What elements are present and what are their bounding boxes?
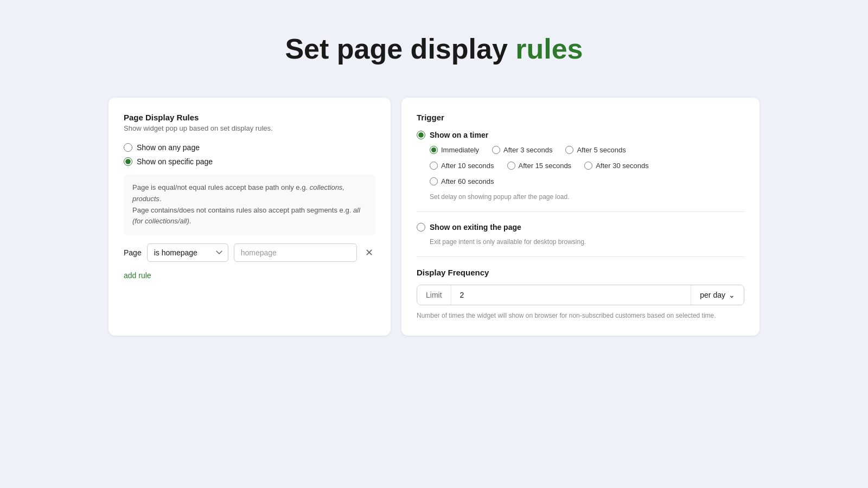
timer-trigger-radio[interactable] [417, 131, 425, 139]
after-3-radio[interactable] [492, 146, 500, 154]
after-3-label: After 3 seconds [503, 146, 552, 154]
show-any-page-option[interactable]: Show on any page [124, 143, 375, 152]
after-60-label: After 60 seconds [441, 177, 494, 185]
frequency-divider [417, 256, 744, 257]
timer-row-2: After 10 seconds After 15 seconds After … [430, 162, 744, 170]
remove-rule-button[interactable]: ✕ [362, 246, 375, 259]
immediately-radio[interactable] [430, 146, 438, 154]
after-10-radio[interactable] [430, 162, 438, 170]
after-5-label: After 5 seconds [577, 146, 626, 154]
freq-period-selector[interactable]: per day ⌄ [691, 285, 744, 305]
exit-trigger-radio[interactable] [417, 223, 425, 232]
page-label: Page [124, 248, 142, 257]
after-10-option[interactable]: After 10 seconds [430, 162, 494, 170]
page-rules-description: Page is equal/not equal rules accept bas… [124, 175, 375, 235]
show-specific-page-radio[interactable] [124, 157, 132, 166]
after-60-option[interactable]: After 60 seconds [430, 177, 494, 185]
timer-trigger-label: Show on a timer [430, 131, 488, 139]
page-value-input[interactable] [234, 243, 357, 262]
immediately-label: Immediately [441, 146, 479, 154]
after-30-label: After 30 seconds [596, 162, 649, 170]
trigger-section-title: Trigger [417, 113, 744, 122]
exit-trigger-option: Show on exiting the page Exit page inten… [417, 223, 744, 246]
exit-hint: Exit page intent is only available for d… [430, 238, 744, 246]
trigger-divider [417, 211, 744, 212]
page-title: Set page display rules [285, 33, 583, 65]
immediately-option[interactable]: Immediately [430, 146, 479, 154]
timer-options-container: Immediately After 3 seconds After 5 seco… [430, 146, 744, 189]
panels-container: Page Display Rules Show widget pop up ba… [108, 98, 760, 336]
after-30-radio[interactable] [584, 162, 592, 170]
page-rule-row: Page is homepage is not homepage contain… [124, 243, 375, 262]
left-panel-title: Page Display Rules [124, 113, 375, 122]
after-5-radio[interactable] [565, 146, 573, 154]
page-rule-select[interactable]: is homepage is not homepage contains doe… [147, 243, 228, 262]
exit-trigger-label: Show on exiting the page [430, 223, 521, 232]
page-display-options: Show on any page Show on specific page [124, 143, 375, 166]
freq-limit-label: Limit [417, 285, 451, 305]
show-specific-page-option[interactable]: Show on specific page [124, 157, 375, 166]
after-60-radio[interactable] [430, 177, 438, 185]
timer-row-1: Immediately After 3 seconds After 5 seco… [430, 146, 744, 154]
desc-line2: Page contains/does not contains rules al… [132, 206, 353, 214]
freq-value-input[interactable] [451, 285, 691, 305]
freq-period-label: per day [700, 291, 725, 299]
after-10-label: After 10 seconds [441, 162, 494, 170]
after-15-option[interactable]: After 15 seconds [507, 162, 572, 170]
show-any-page-radio[interactable] [124, 143, 132, 152]
desc-line1: Page is equal/not equal rules accept bas… [132, 183, 310, 191]
after-3-option[interactable]: After 3 seconds [492, 146, 552, 154]
chevron-down-icon: ⌄ [729, 291, 735, 299]
show-specific-page-label: Show on specific page [137, 157, 213, 166]
freq-hint: Number of times the widget will show on … [417, 311, 744, 320]
timer-hint: Set delay on showing popup after the pag… [430, 193, 744, 201]
timer-row-3: After 60 seconds [430, 177, 744, 185]
after-15-label: After 15 seconds [519, 162, 572, 170]
after-5-option[interactable]: After 5 seconds [565, 146, 626, 154]
after-30-option[interactable]: After 30 seconds [584, 162, 649, 170]
timer-trigger-option: Show on a timer Immediately After 3 seco… [417, 131, 744, 201]
timer-trigger-header: Show on a timer [417, 131, 744, 139]
exit-trigger-header: Show on exiting the page [417, 223, 744, 232]
show-any-page-label: Show on any page [137, 143, 200, 152]
right-panel: Trigger Show on a timer Immediately Afte… [401, 98, 760, 336]
frequency-control: Limit per day ⌄ [417, 285, 744, 305]
frequency-section: Display Frequency Limit per day ⌄ Number… [417, 268, 744, 320]
left-panel-subtitle: Show widget pop up based on set display … [124, 124, 375, 132]
after-15-radio[interactable] [507, 162, 515, 170]
left-panel: Page Display Rules Show widget pop up ba… [108, 98, 391, 336]
frequency-title: Display Frequency [417, 268, 744, 277]
add-rule-link[interactable]: add rule [124, 271, 151, 280]
